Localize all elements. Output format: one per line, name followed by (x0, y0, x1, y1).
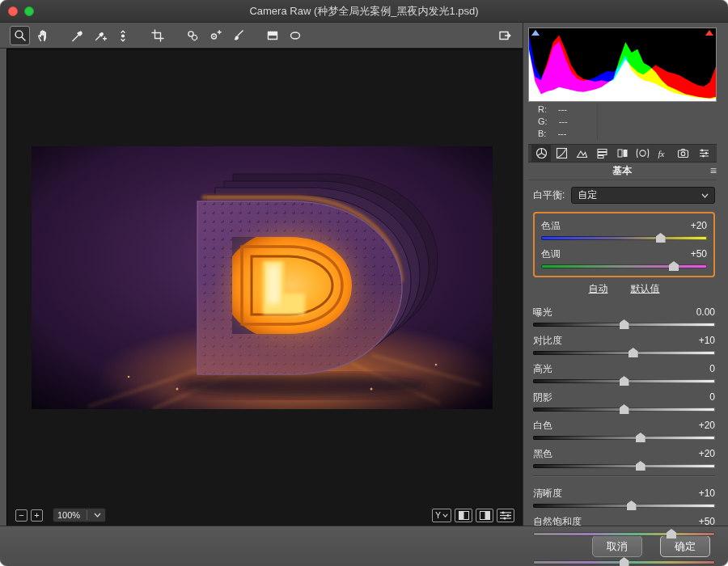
preview-settings-button[interactable] (497, 509, 514, 522)
chevron-down-icon (94, 513, 101, 517)
slider-value[interactable]: 0 (678, 363, 715, 374)
highlight-clip-indicator[interactable] (705, 30, 713, 36)
slider-value[interactable]: +20 (678, 448, 715, 459)
tab-lens-corrections[interactable] (633, 145, 653, 162)
slider-track[interactable] (533, 532, 715, 536)
crop-tool-button[interactable] (147, 26, 167, 45)
ellipse-icon (288, 28, 303, 43)
preview-mode-button[interactable]: Y (432, 509, 451, 522)
slider-thumb[interactable] (627, 501, 637, 510)
hand-icon (36, 28, 50, 43)
panel-menu-button[interactable]: ≡ (710, 164, 717, 177)
tone-sliders: 曝光0.00对比度+10高光0阴影0白色+20黑色+20 (533, 306, 715, 468)
before-after-left-right-button[interactable] (455, 509, 472, 522)
slider-track[interactable] (541, 236, 707, 240)
slider-track[interactable] (533, 379, 715, 383)
tab-tone-curve[interactable] (552, 145, 571, 162)
slider-value[interactable]: 0.00 (678, 306, 715, 318)
g-label: G: (538, 116, 548, 126)
zoom-tool-button[interactable] (10, 26, 30, 45)
slider-track[interactable] (533, 560, 715, 564)
target-arrows-icon (116, 28, 130, 43)
slider-track[interactable] (533, 464, 715, 468)
slider-value[interactable]: +50 (670, 248, 707, 260)
preview-image[interactable] (32, 146, 493, 409)
tab-presets[interactable] (694, 145, 713, 162)
rgb-readout: R:--- G:--- B:--- (528, 102, 717, 142)
spot-removal-tool-button[interactable] (182, 26, 202, 45)
expand-panel-icon (497, 28, 512, 43)
slider-exposure: 曝光0.00 (533, 306, 715, 327)
adjustment-brush-tool-button[interactable] (227, 26, 248, 45)
slider-track[interactable] (533, 408, 715, 412)
slider-thumb[interactable] (636, 433, 645, 442)
slider-value[interactable]: +10 (678, 488, 715, 499)
slider-track[interactable] (533, 323, 715, 327)
slider-thumb[interactable] (629, 348, 638, 357)
white-balance-select[interactable]: 自定 (571, 187, 715, 204)
hand-tool-button[interactable] (32, 26, 53, 45)
mountains-icon (575, 146, 589, 160)
graduated-filter-tool-button[interactable] (262, 26, 282, 45)
slider-blacks: 黑色+20 (533, 447, 715, 468)
slider-value[interactable]: +20 (678, 420, 715, 431)
radial-filter-tool-button[interactable] (285, 26, 305, 45)
color-sampler-tool-button[interactable] (90, 26, 110, 45)
gradient-rect-icon (265, 28, 280, 43)
slider-thumb[interactable] (669, 261, 679, 271)
basic-controls: 白平衡: 自定 色温+20色调+50 自动 默认值 曝光0.00对比度+10高光… (528, 180, 717, 566)
slider-thumb[interactable] (620, 404, 629, 414)
slider-value[interactable]: +10 (678, 335, 715, 346)
maximize-button[interactable] (24, 6, 34, 16)
slider-label: 高光 (533, 362, 678, 376)
before-after-toggle-button[interactable] (476, 509, 493, 522)
slider-shadows: 阴影0 (533, 391, 715, 412)
crop-icon (150, 28, 165, 43)
targeted-adjustment-tool-button[interactable] (112, 26, 133, 45)
slider-track[interactable] (533, 351, 715, 355)
slider-clarity: 清晰度+10 (533, 487, 715, 508)
aperture-icon (535, 146, 548, 160)
tab-detail[interactable] (572, 145, 591, 162)
slider-label: 白色 (533, 419, 678, 433)
defaults-link[interactable]: 默认值 (631, 282, 660, 296)
b-value: --- (557, 129, 566, 138)
image-canvas[interactable]: − + 100% Y (6, 49, 523, 526)
slider-thumb[interactable] (636, 461, 645, 471)
zoom-level-select[interactable]: 100% (53, 508, 106, 522)
tab-split-toning[interactable] (613, 145, 633, 162)
white-balance-tool-button[interactable] (67, 26, 87, 45)
tab-camera-calibration[interactable] (674, 145, 693, 162)
tab-effects[interactable]: fx (654, 145, 673, 162)
slider-label: 色调 (541, 247, 670, 261)
slider-thumb[interactable] (656, 233, 666, 243)
toggle-fullscreen-button[interactable] (494, 26, 514, 45)
white-balance-row: 白平衡: 自定 (533, 187, 715, 204)
close-button[interactable] (8, 6, 18, 16)
slider-value[interactable]: +20 (670, 220, 707, 231)
zoom-out-button[interactable]: − (15, 509, 28, 522)
tab-hsl[interactable] (592, 145, 612, 162)
slider-value[interactable]: 0 (678, 391, 715, 403)
eyedropper-icon (70, 28, 85, 43)
titlebar[interactable]: Camera Raw (种梦全局光案例_黑夜内发光1.psd) (0, 0, 728, 23)
split-squares-icon (616, 146, 629, 160)
tab-basic[interactable] (531, 145, 551, 162)
canvas-viewport[interactable] (7, 49, 523, 505)
left-pane: − + 100% Y (0, 23, 523, 526)
slider-track[interactable] (541, 264, 707, 268)
group-divider (533, 475, 715, 477)
slider-track[interactable] (533, 436, 715, 440)
shadow-clip-indicator[interactable] (531, 30, 540, 36)
auto-link[interactable]: 自动 (589, 282, 608, 296)
slider-track[interactable] (533, 504, 715, 508)
slider-thumb[interactable] (620, 376, 629, 386)
white-balance-value: 自定 (578, 188, 597, 202)
zoom-in-button[interactable]: + (31, 509, 43, 522)
slider-label: 黑色 (533, 447, 678, 461)
ok-button[interactable]: 确定 (660, 535, 710, 557)
white-balance-label: 白平衡: (533, 188, 565, 202)
red-eye-tool-button[interactable] (205, 26, 225, 45)
slider-thumb[interactable] (620, 319, 629, 329)
cancel-button[interactable]: 取消 (592, 535, 642, 557)
